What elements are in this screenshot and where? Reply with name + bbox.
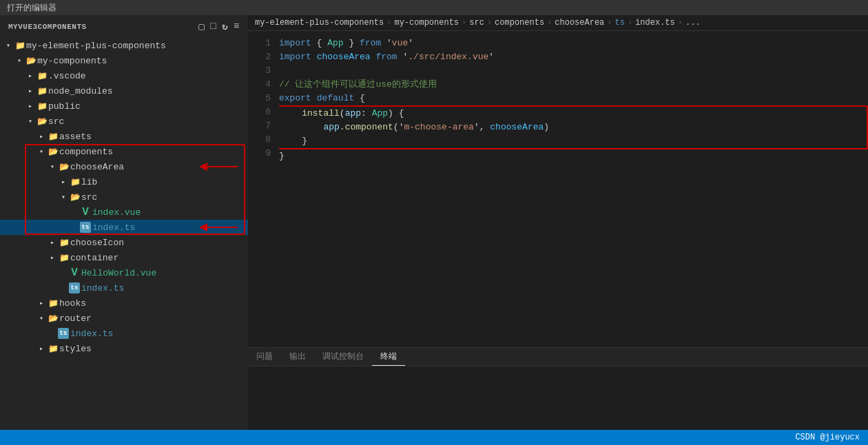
label-chooseicon: chooseIcon [70,238,124,248]
label-components: components [59,147,113,157]
label-src: src [48,116,64,127]
code-line-5: export default { [279,92,868,105]
tree-item-index-ts[interactable]: ts index.ts [0,220,248,235]
tree-item-index-vue[interactable]: V index.vue [0,205,248,220]
chevron-lib [58,176,69,187]
label-styles: styles [59,344,92,354]
label-router-index-ts: index.ts [70,329,113,339]
breadcrumb-filename: index.ts [635,18,675,28]
tab-debug-console[interactable]: 调试控制台 [314,348,372,366]
folder-icon-chooseicon: 📁 [58,237,70,248]
no-chevron [69,207,80,218]
tree-item-components[interactable]: 📂 components [0,144,248,159]
label-choosearea: chooseArea [70,162,124,172]
tree-item-router[interactable]: 📂 router [0,311,248,326]
breadcrumb: my-element-plus-components › my-componen… [248,15,868,31]
folder-icon-choosearea-src: 📂 [69,192,81,203]
chevron-public [25,101,36,112]
sidebar-title: MYVUE3COMPONENTS [8,23,87,31]
vue-file-icon-hw: V [69,267,80,278]
ts-file-icon: ts [80,222,91,233]
tree-item-node-modules[interactable]: 📁 node_modules [0,83,248,99]
chevron-router [36,313,47,324]
refresh-icon[interactable]: ↻ [222,21,228,32]
ts-file-icon-src: ts [69,282,80,293]
chevron-vscode [25,70,36,81]
code-line-9: } [279,149,868,163]
chevron-assets [36,131,47,142]
no-chevron-router-ts [47,328,58,339]
chevron-components [36,146,47,157]
highlighted-code-block: install(app: App) { app.component('m-cho… [279,105,868,149]
tree-item-choosearea-src[interactable]: 📂 src [0,189,248,205]
tree-item-assets[interactable]: 📁 assets [0,129,248,144]
tree-item-container[interactable]: 📁 container [0,250,248,265]
new-file-icon[interactable]: ▢ [198,21,205,32]
label-my-element-plus-components: my-element-plus-components [26,41,166,51]
tree-item-styles[interactable]: 📁 styles [0,341,248,356]
status-credit: CSDN @jieyucx [795,433,860,442]
code-editor: 1 2 3 4 5 6 7 8 9 import { App } from 'v… [248,31,868,347]
tree-item-my-element-plus-components[interactable]: 📁 my-element-plus-components [0,38,248,53]
label-vscode: .vscode [48,71,86,81]
chevron-hooks [36,298,47,309]
tree-item-src[interactable]: 📂 src [0,114,248,129]
sidebar: MYVUE3COMPONENTS ▢ □ ↻ ≡ 📁 my-element-pl… [0,15,248,430]
no-chevron-hw [58,267,69,278]
folder-icon-choosearea: 📂 [58,161,70,172]
label-helloworld: HelloWorld.vue [81,268,156,278]
chevron-my-element-plus-components [3,40,14,51]
code-line-7: app.component('m-choose-area', chooseAre… [280,121,864,134]
label-index-vue: index.vue [92,207,141,218]
code-content[interactable]: import { App } from 'vue' import chooseA… [279,37,868,342]
label-my-components: my-components [37,56,107,66]
label-public: public [48,101,81,112]
bottom-panel: 问题 输出 调试控制台 终端 [248,347,868,430]
tree-item-public[interactable]: 📁 public [0,99,248,114]
line-numbers: 1 2 3 4 5 6 7 8 9 [248,37,279,342]
folder-icon-router: 📂 [47,313,59,324]
tree-item-helloworld[interactable]: V HelloWorld.vue [0,265,248,280]
folder-icon-styles: 📁 [47,343,59,354]
folder-icon-components: 📂 [47,146,59,157]
tree-item-vscode[interactable]: 📁 .vscode [0,68,248,83]
folder-icon-public: 📁 [36,101,48,112]
panel-tabs: 问题 输出 调试控制台 终端 [248,348,868,366]
chevron-container [47,252,58,263]
label-choosearea-src: src [81,192,97,203]
label-router: router [59,313,92,324]
tree-item-choosearea[interactable]: 📂 chooseArea [0,159,248,174]
panel-content [248,366,868,430]
code-line-8: } [280,134,864,148]
breadcrumb-ellipsis: ... [685,18,701,28]
label-hooks: hooks [59,298,86,309]
label-lib: lib [81,177,97,187]
sidebar-header: MYVUE3COMPONENTS ▢ □ ↻ ≡ [0,15,248,38]
tree-item-router-index-ts[interactable]: ts index.ts [0,326,248,341]
breadcrumb-5: chooseArea [555,18,604,28]
tree-item-src-index-ts[interactable]: ts index.ts [0,280,248,296]
tab-terminal[interactable]: 终端 [372,348,405,366]
tree-item-hooks[interactable]: 📁 hooks [0,296,248,311]
code-line-4: // 让这个组件可以通过use的形式使用 [279,78,868,92]
code-line-1: import { App } from 'vue' [279,37,868,50]
breadcrumb-4: components [495,18,544,28]
editor-area: my-element-plus-components › my-componen… [248,15,868,430]
collapse-icon[interactable]: ≡ [234,21,240,32]
tree-item-chooseicon[interactable]: 📁 chooseIcon [0,235,248,250]
chevron-choosearea [47,161,58,172]
chevron-my-components [14,55,25,66]
tab-output[interactable]: 输出 [281,348,314,366]
label-assets: assets [59,132,92,142]
label-container: container [70,253,118,263]
folder-icon-container: 📁 [58,252,70,263]
chevron-src [25,116,36,127]
tree-item-lib[interactable]: 📁 lib [0,174,248,189]
tree-item-my-components[interactable]: 📂 my-components [0,53,248,68]
label-src-index-ts: index.ts [81,283,124,293]
tab-problems[interactable]: 问题 [248,348,281,366]
file-tree: 📁 my-element-plus-components 📂 my-compon… [0,38,248,430]
breadcrumb-2: my-components [394,18,459,28]
breadcrumb-1: my-element-plus-components [255,18,384,28]
new-folder-icon[interactable]: □ [210,21,216,32]
